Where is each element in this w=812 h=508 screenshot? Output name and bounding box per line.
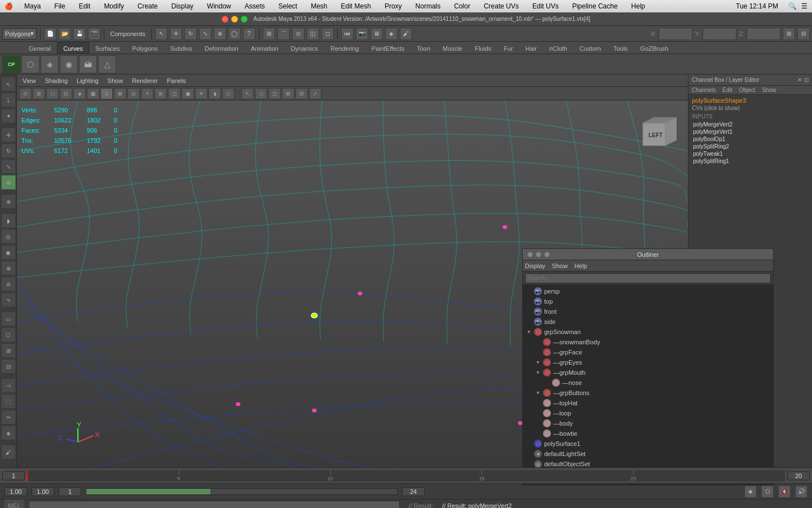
status-val1[interactable]: 1.00 xyxy=(5,487,27,496)
shelf-tab-polygons[interactable]: Polygons xyxy=(126,42,164,54)
outliner-item-persp[interactable]: 📷 persp xyxy=(523,286,773,296)
layout-2-btn[interactable]: ◫ xyxy=(268,88,281,99)
shelf-icon-1[interactable]: ⬡ xyxy=(21,55,39,73)
paint-skin-btn[interactable]: 🖌 xyxy=(1,445,16,459)
select-vp-btn[interactable]: ↖ xyxy=(241,88,254,99)
snap-curve-btn[interactable]: ⌒ xyxy=(277,28,290,40)
timeline-track[interactable]: 1 5 10 15 20 xyxy=(27,470,785,481)
z-coord-input[interactable] xyxy=(747,28,780,40)
history-btn[interactable]: ⏮ xyxy=(341,28,354,40)
heads-up-btn[interactable]: ⌖ xyxy=(141,88,153,99)
outliner-menu-display[interactable]: Display xyxy=(525,262,545,269)
vp-menu-show[interactable]: Show xyxy=(105,77,126,84)
y-coord-input[interactable] xyxy=(703,28,736,40)
cb-input-3[interactable]: polySplitRing2 xyxy=(692,143,809,150)
close-button[interactable] xyxy=(222,16,228,23)
shelf-tab-deformation[interactable]: Deformation xyxy=(198,42,245,54)
status-val2[interactable]: 1.00 xyxy=(32,487,54,496)
cb-tab-edit[interactable]: Edit xyxy=(721,87,733,93)
wireframe-btn[interactable]: ⊞ xyxy=(33,88,45,99)
menu-select[interactable]: Select xyxy=(276,2,299,10)
layout-4-btn[interactable]: ⊟ xyxy=(295,88,308,99)
cut-btn[interactable]: ✂ xyxy=(1,410,16,424)
cb-input-5[interactable]: polySplitRing1 xyxy=(692,157,809,165)
surface-btn[interactable]: ⬡ xyxy=(1,327,16,342)
outliner-item-top[interactable]: 📷 top xyxy=(523,296,773,306)
shelf-tab-rendering[interactable]: Rendering xyxy=(324,42,365,54)
frame-all-btn[interactable]: ⊞ xyxy=(155,88,167,99)
status-val3[interactable]: 1 xyxy=(59,487,81,496)
universal-manip-btn[interactable]: ⊕ xyxy=(214,28,226,40)
rotate-tool-btn[interactable]: ↻ xyxy=(184,28,197,40)
bevel-btn[interactable]: ◈ xyxy=(1,426,16,440)
shelf-icon-cp[interactable]: CP xyxy=(2,55,20,73)
bg-color-btn[interactable]: ◫ xyxy=(168,88,180,99)
menu-proxy[interactable]: Proxy xyxy=(382,2,404,10)
shelf-tab-fluids[interactable]: Fluids xyxy=(469,42,497,54)
question-btn[interactable]: ? xyxy=(243,28,255,40)
shelf-icon-3[interactable]: ◉ xyxy=(60,55,78,73)
minimize-button[interactable] xyxy=(231,16,238,23)
quad-view-btn[interactable]: ⊟ xyxy=(1,359,16,374)
cb-input-4[interactable]: polyTweak1 xyxy=(692,150,809,157)
shelf-tab-surfaces[interactable]: Surfaces xyxy=(89,42,126,54)
outliner-item-nose[interactable]: ⬡ —nose xyxy=(541,378,773,388)
mirror-btn[interactable]: ⊣ xyxy=(1,378,16,393)
extrude-btn[interactable]: ⬚ xyxy=(1,394,16,409)
shelf-icon-5[interactable]: △ xyxy=(98,55,116,73)
cb-input-1[interactable]: polyMergeVert1 xyxy=(692,128,809,135)
outliner-item-polysurface1[interactable]: ⬡ polySurface1 xyxy=(523,439,773,449)
shelf-tab-ncloth[interactable]: nCloth xyxy=(543,42,573,54)
grid-toggle-btn[interactable]: ⊟ xyxy=(797,28,810,40)
hypershade-btn[interactable]: ◈ xyxy=(385,28,398,40)
shelf-icon-4[interactable]: 🏔 xyxy=(79,55,97,73)
joint-btn[interactable]: ⊗ xyxy=(1,261,16,275)
view-cube[interactable]: LEFT xyxy=(632,112,677,157)
snap-view-btn[interactable]: ◫ xyxy=(307,28,319,40)
shading-mode-btn[interactable]: ◗ xyxy=(209,88,221,99)
texture-mode-btn[interactable]: ⬡ xyxy=(222,88,235,99)
file-new-btn[interactable]: 📄 xyxy=(44,28,56,40)
camera-track-btn[interactable]: ⊙ xyxy=(19,88,32,99)
menu-edit-mesh[interactable]: Edit Mesh xyxy=(339,2,373,10)
shelf-tab-painteffects[interactable]: PaintEffects xyxy=(365,42,411,54)
menu-color[interactable]: Color xyxy=(452,2,473,10)
menu-help[interactable]: Help xyxy=(629,2,647,10)
shelf-icon-2[interactable]: ◈ xyxy=(41,55,59,73)
outliner-minimize[interactable] xyxy=(536,252,541,257)
rotate-btn[interactable]: ↻ xyxy=(1,143,16,158)
menu-maya[interactable]: Maya xyxy=(22,2,43,10)
shelf-tab-gozbrush[interactable]: GoZBrush xyxy=(634,42,674,54)
shelf-tab-subdivs[interactable]: Subdivs xyxy=(164,42,198,54)
grid-snap-vp-btn[interactable]: ⊠ xyxy=(114,88,126,99)
search-icon[interactable]: 🔍 xyxy=(788,2,797,10)
outliner-item-loop[interactable]: ⬡ —loop xyxy=(532,408,773,418)
status-val4[interactable]: 24 xyxy=(402,487,425,496)
soft-select-btn[interactable]: ◯ xyxy=(228,28,241,40)
shelf-tab-muscle[interactable]: Muscle xyxy=(436,42,469,54)
outliner-item-defaultlightset[interactable]: ☀ defaultLightSet xyxy=(523,449,773,459)
smooth-btn[interactable]: ◻ xyxy=(46,88,59,99)
wireframe-on-btn[interactable]: ▣ xyxy=(182,88,194,99)
paint-btn[interactable]: 🖌 xyxy=(400,28,412,40)
scale-btn[interactable]: ⤡ xyxy=(1,159,16,174)
file-render-btn[interactable]: 🎬 xyxy=(88,28,100,40)
lighting-mode-btn[interactable]: ☀ xyxy=(195,88,208,99)
merge-vertex-btn[interactable]: ⊛ xyxy=(1,175,16,190)
cb-tab-channels[interactable]: Channels xyxy=(691,87,717,93)
outliner-item-grpbuttons[interactable]: ▼ ⬡ —grpButtons xyxy=(532,388,773,398)
outliner-maximize[interactable] xyxy=(544,252,550,257)
render-view-btn[interactable]: 🖥 xyxy=(370,28,383,40)
menu-file[interactable]: File xyxy=(52,2,67,10)
menu-window[interactable]: Window xyxy=(205,2,233,10)
shelf-tab-fur[interactable]: Fur xyxy=(497,42,519,54)
select-mode-btn[interactable]: ↖ xyxy=(1,77,16,91)
maximize-button[interactable] xyxy=(241,16,248,23)
outliner-item-body[interactable]: ⬡ —body xyxy=(532,418,773,428)
xray-btn[interactable]: ◈ xyxy=(73,88,86,99)
vp-menu-lighting[interactable]: Lighting xyxy=(74,77,101,84)
mute-btn[interactable]: 🔇 xyxy=(778,485,791,498)
channel-box-float-icon[interactable]: ⊡ xyxy=(804,77,809,83)
mode-dropdown[interactable]: Polygons▾ xyxy=(2,28,37,40)
cam-tumble-btn[interactable]: ◎ xyxy=(127,88,140,99)
